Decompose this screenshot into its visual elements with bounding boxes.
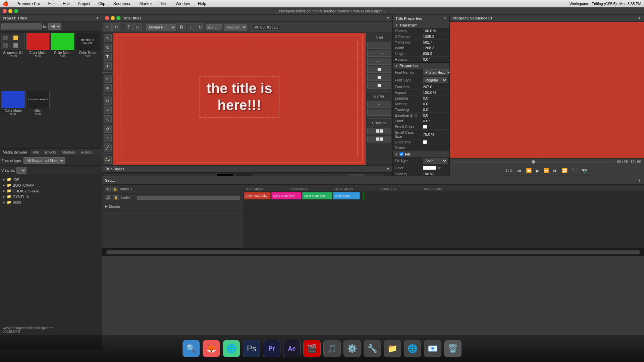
align-left[interactable]: ⬛▭: [367, 42, 391, 49]
project-item-titles[interactable]: the title is here!!! titles 5;00: [26, 91, 50, 147]
menu-window[interactable]: Window: [174, 1, 191, 6]
maximize-button[interactable]: [14, 9, 18, 13]
tool-arc[interactable]: ◔: [104, 125, 112, 133]
play-pause[interactable]: ▶: [534, 167, 541, 174]
master-arrow[interactable]: ▶: [105, 204, 108, 208]
video1-eye[interactable]: 👁: [105, 187, 111, 191]
tool-ellipse[interactable]: ○: [104, 134, 112, 142]
align-center-h[interactable]: ▭⬛▭: [367, 50, 391, 57]
tool-rotate2[interactable]: ↻: [104, 44, 112, 52]
tab-effects[interactable]: Effects: [42, 149, 59, 156]
tool-text-vertical[interactable]: T: [104, 62, 112, 70]
tool-path[interactable]: ✏: [104, 75, 112, 83]
project-item-red-matte[interactable]: Color Matte 5;00: [26, 33, 50, 89]
tool-style-preview[interactable]: Aa: [104, 156, 112, 164]
project-item-green-matte[interactable]: Color Matte 5;00: [51, 33, 74, 89]
tool-type[interactable]: T: [125, 23, 133, 31]
tool-select[interactable]: ↖: [104, 23, 112, 31]
tool-text[interactable]: T: [104, 53, 112, 61]
align-bottom[interactable]: ⬜: [367, 82, 391, 89]
clip-red-matte[interactable]: Color Matte icity: [244, 192, 271, 199]
menu-sequence[interactable]: Sequence: [112, 1, 133, 6]
dock-item-7[interactable]: 🎵: [323, 340, 341, 357]
view-select[interactable]: [16, 167, 26, 174]
font-style-prop-select[interactable]: Regular: [423, 77, 447, 83]
panel-menu-icon[interactable]: ▼: [96, 16, 99, 20]
center-h[interactable]: ─: [367, 101, 391, 108]
forward-to-end[interactable]: ⏭: [552, 167, 559, 174]
apple-menu[interactable]: 🍎: [3, 1, 8, 6]
properties-header[interactable]: ▼ Properties: [393, 63, 449, 69]
tab-markers[interactable]: Markers: [59, 149, 78, 156]
bold-button[interactable]: B: [177, 23, 185, 31]
dock-premiere[interactable]: Pr: [263, 340, 280, 357]
clip-pink-matte[interactable]: Color Matte icity: [271, 192, 302, 199]
menu-edit[interactable]: Edit: [61, 1, 71, 6]
dock-finder[interactable]: 🔍: [182, 340, 200, 357]
tree-item-40s[interactable]: ▶ 📁 40S: [1, 177, 101, 182]
tool-wedge[interactable]: ◺: [104, 115, 112, 123]
minimize-button[interactable]: [8, 9, 12, 13]
color-swatch[interactable]: [423, 166, 436, 170]
color-eyedropper[interactable]: ✏: [438, 166, 441, 170]
tool-rotate[interactable]: ↻: [112, 23, 120, 31]
title-props-close[interactable]: ✕: [444, 16, 447, 20]
tool-rect[interactable]: □: [104, 97, 112, 105]
tree-item-choice-share[interactable]: ▶ 📁 CHOICE SHARE: [1, 188, 101, 194]
tool-clipped-rect[interactable]: ▭: [104, 106, 112, 114]
transform-header[interactable]: ▼ Transform: [393, 22, 449, 28]
loop-button[interactable]: 🔁: [560, 167, 569, 174]
clip-blue-matte[interactable]: Color Matte: [333, 192, 360, 199]
menu-marker[interactable]: Marker: [138, 1, 153, 6]
center-v[interactable]: |: [367, 109, 391, 116]
italic-button[interactable]: I: [187, 23, 195, 31]
dock-aftereffects[interactable]: Ae: [283, 340, 301, 357]
video1-lock[interactable]: 🔒: [112, 187, 118, 191]
project-item-sequence[interactable]: Sequence 01 15;00: [1, 33, 25, 89]
tree-item-cynthia[interactable]: ▶ 📁 CYNTHIA: [1, 194, 101, 199]
tool-type-vertical[interactable]: T↕: [133, 23, 142, 31]
tab-media-browser[interactable]: Media Browser: [0, 149, 30, 156]
dock-chrome[interactable]: 🌐: [223, 340, 240, 357]
menu-help[interactable]: Help: [197, 1, 208, 6]
fill-header[interactable]: ▼ Fill: [393, 151, 449, 157]
playhead-scrubber[interactable]: [532, 160, 535, 164]
program-menu[interactable]: ▼: [638, 16, 641, 20]
tree-item-koo[interactable]: ▶ 📁 KOO: [1, 199, 101, 205]
timeline-scrollbar[interactable]: [106, 250, 640, 254]
dock-item-9[interactable]: 🔧: [364, 340, 381, 357]
dock-photoshop[interactable]: Ps: [243, 340, 260, 357]
safe-margins[interactable]: ⬛: [570, 167, 579, 174]
project-search-input[interactable]: [1, 23, 42, 29]
timeline-menu[interactable]: ▼: [638, 178, 641, 182]
tool-arrow[interactable]: ↖: [104, 34, 112, 42]
font-size-input[interactable]: [206, 24, 222, 30]
dist-v[interactable]: ⬜⬜: [367, 136, 391, 142]
audio1-lock[interactable]: 🔒: [113, 195, 119, 200]
menu-clip[interactable]: Clip: [97, 1, 107, 6]
title-editor-close[interactable]: [105, 16, 109, 20]
tool-line[interactable]: ╱: [104, 143, 112, 152]
timeline-ruler[interactable]: 00:00:40;00 00:00:44;00 00:00:48;00 00:0…: [243, 185, 644, 248]
align-right[interactable]: ▭⬛: [367, 58, 391, 65]
underline-button[interactable]: U: [196, 23, 204, 31]
rewind-to-start[interactable]: ⏮: [516, 167, 523, 174]
font-family-select[interactable]: Myriad H: [146, 24, 176, 31]
menu-title[interactable]: Title: [159, 1, 169, 6]
underline-checkbox[interactable]: [423, 140, 427, 144]
workspace-value[interactable]: Editing (CS5.5): [592, 2, 617, 6]
small-caps-checkbox[interactable]: [423, 125, 427, 129]
title-editor-max[interactable]: [116, 16, 120, 20]
project-item-blue-matte[interactable]: the title is here!!! Color Matte 5;00: [76, 33, 99, 89]
canvas-text-box[interactable]: the title ishere!!!: [199, 76, 279, 118]
tree-item-bootcamp[interactable]: ▶ 📁 BOOTCAMP: [1, 182, 101, 188]
menu-file[interactable]: File: [47, 1, 56, 6]
align-top[interactable]: ⬜: [367, 66, 391, 73]
dock-item-10[interactable]: 📁: [384, 340, 401, 357]
dock-item-11[interactable]: 🌐: [404, 340, 421, 357]
title-canvas[interactable]: the title ishere!!!: [113, 33, 366, 165]
title-editor-min[interactable]: [111, 16, 115, 20]
dock-item-8[interactable]: ⚙️: [343, 340, 361, 357]
font-style-select[interactable]: Regular: [224, 24, 247, 31]
tab-info[interactable]: Info: [30, 149, 42, 156]
